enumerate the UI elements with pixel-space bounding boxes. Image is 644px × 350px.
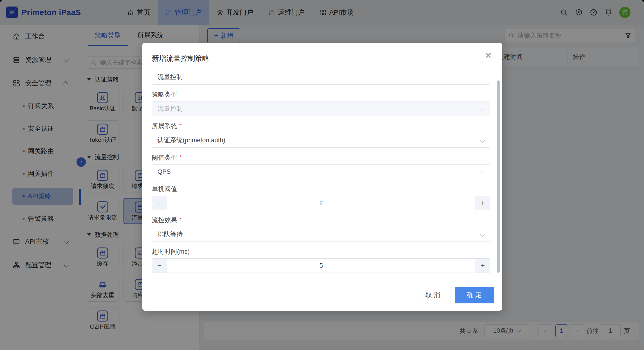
threshold-label: 单机阈值 — [152, 185, 490, 193]
effect-value: 排队等待 — [158, 230, 183, 239]
threshold-type-value: QPS — [158, 168, 171, 175]
increase-button[interactable]: + — [475, 259, 490, 273]
close-icon[interactable]: ✕ — [484, 51, 492, 60]
decrease-button[interactable]: − — [152, 259, 167, 273]
dialog-header: 新增流量控制策略 ✕ — [142, 43, 502, 74]
confirm-button[interactable]: 确 定 — [455, 287, 494, 303]
add-flow-control-policy-dialog: 新增流量控制策略 ✕ 流量控制 策略类型 流量控制 所属系统* 认证系统(pri… — [142, 43, 502, 311]
required-asterisk: * — [179, 154, 182, 161]
threshold-value-input[interactable]: 2 — [167, 196, 475, 210]
threshold-type-label: 阈值类型* — [152, 154, 490, 162]
threshold-type-select[interactable]: QPS — [152, 164, 490, 179]
system-value: 认证系统(primeton.auth) — [158, 136, 226, 145]
dialog-body: 流量控制 策略类型 流量控制 所属系统* 认证系统(primeton.auth)… — [142, 74, 502, 279]
app-window: P Primeton iPaaS 首页管理门户开发门户运维门户API市场 AI管… — [0, 0, 644, 350]
effect-label: 流控效果* — [152, 216, 490, 224]
policy-type-value: 流量控制 — [158, 104, 183, 113]
required-asterisk: * — [179, 216, 182, 224]
timeout-stepper: − 5 + — [152, 258, 490, 273]
chevron-down-icon — [480, 106, 485, 111]
decrease-button[interactable]: − — [152, 196, 167, 210]
required-asterisk: * — [179, 122, 182, 130]
chevron-down-icon — [480, 232, 485, 237]
chevron-down-icon — [480, 169, 485, 174]
dialog-title: 新增流量控制策略 — [152, 54, 210, 64]
increase-button[interactable]: + — [475, 196, 490, 210]
effect-select[interactable]: 排队等待 — [152, 227, 490, 242]
cancel-button[interactable]: 取 消 — [415, 287, 451, 303]
system-label: 所属系统* — [152, 122, 490, 130]
chevron-down-icon — [480, 138, 485, 143]
dialog-scrollbar-thumb[interactable] — [497, 80, 500, 273]
policy-type-label: 策略类型 — [152, 91, 490, 99]
dialog-footer: 取 消 确 定 — [142, 279, 502, 311]
system-select[interactable]: 认证系统(primeton.auth) — [152, 133, 490, 148]
policy-type-select: 流量控制 — [152, 101, 490, 116]
timeout-value-input[interactable]: 5 — [167, 259, 475, 273]
policy-name-field[interactable]: 流量控制 — [152, 74, 490, 85]
timeout-label: 超时时间(ms) — [152, 248, 490, 256]
threshold-stepper: − 2 + — [152, 196, 490, 210]
